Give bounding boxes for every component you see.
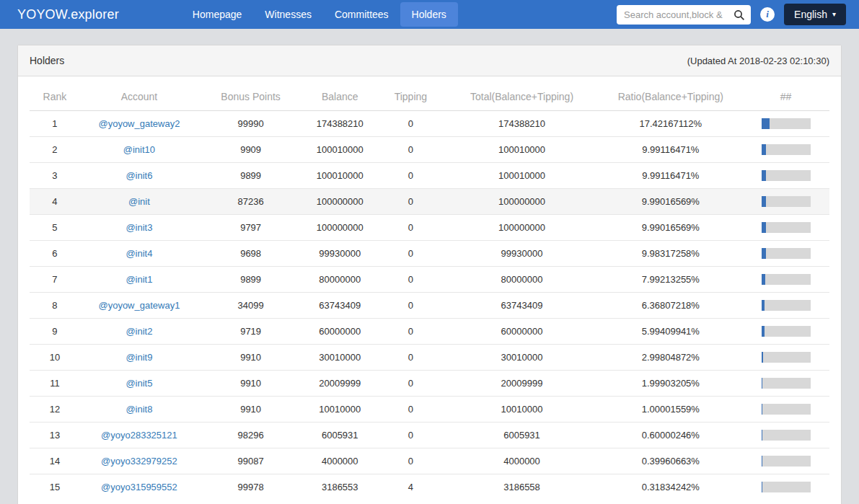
language-dropdown-button[interactable]: English ▾: [784, 4, 846, 25]
tipping-cell: 0: [376, 163, 444, 189]
table-row: 7@init19899800000000800000007.99213255%: [30, 267, 829, 293]
tipping-cell: 0: [376, 319, 444, 345]
ratio-cell: 5.99409941%: [599, 319, 743, 345]
rank-cell: 14: [30, 448, 80, 474]
ratio-bar-fill: [762, 352, 763, 363]
tipping-cell: 0: [376, 448, 444, 474]
ratio-bar-cell: [742, 319, 829, 345]
ratio-cell: 6.36807218%: [599, 293, 743, 319]
account-link[interactable]: @init4: [125, 248, 152, 259]
bonus-points-cell: 34099: [198, 293, 303, 319]
ratio-cell: 1.00001559%: [599, 397, 743, 423]
balance-cell: 4000000: [303, 448, 376, 474]
ratio-cell: 0.31834242%: [599, 474, 743, 500]
navbar: YOYOW.explorer Homepage Witnesses Commit…: [0, 0, 859, 29]
total-cell: 99930000: [445, 241, 599, 267]
ratio-bar-track: [762, 274, 811, 285]
ratio-cell: 9.98317258%: [599, 241, 743, 267]
tipping-cell: 0: [376, 397, 444, 423]
bonus-points-cell: 9910: [198, 397, 303, 423]
ratio-bar-cell: [742, 371, 829, 397]
total-cell: 3186558: [445, 474, 599, 500]
ratio-bar-fill: [762, 196, 767, 207]
table-row: 4@init8723610000000001000000009.99016569…: [30, 189, 829, 215]
account-cell: @init8: [80, 397, 198, 423]
brand-logo[interactable]: YOYOW.explorer: [17, 7, 119, 22]
account-link[interactable]: @yoyo315959552: [101, 482, 177, 492]
balance-cell: 6005931: [303, 423, 376, 448]
account-link[interactable]: @init2: [125, 326, 152, 337]
nav-item-holders[interactable]: Holders: [400, 2, 458, 27]
account-link[interactable]: @init10: [123, 144, 155, 155]
bonus-points-cell: 9910: [198, 345, 303, 371]
total-cell: 174388210: [445, 111, 599, 137]
bonus-points-cell: 9909: [198, 137, 303, 163]
ratio-bar-track: [762, 144, 811, 155]
account-link[interactable]: @yoyow_gateway2: [98, 118, 180, 129]
table-row: 5@init3979710000000001000000009.99016569…: [30, 215, 829, 241]
account-link[interactable]: @init8: [125, 404, 152, 415]
table-row: 12@init89910100100000100100001.00001559%: [30, 397, 829, 423]
account-cell: @yoyo283325121: [80, 423, 198, 448]
main-nav: Homepage Witnesses Committees Holders: [181, 0, 458, 29]
ratio-bar-fill: [762, 144, 767, 155]
account-link[interactable]: @init: [128, 196, 150, 207]
ratio-cell: 7.99213255%: [599, 267, 743, 293]
table-row: 8@yoyow_gateway134099637434090637434096.…: [30, 293, 829, 319]
column-header: Tipping: [376, 83, 444, 111]
account-cell: @init1: [80, 267, 198, 293]
account-link[interactable]: @init9: [125, 352, 152, 363]
ratio-bar-fill: [762, 404, 762, 415]
table-row: 13@yoyo283325121982966005931060059310.60…: [30, 423, 829, 448]
ratio-bar-cell: [742, 293, 829, 319]
column-header: Balance: [303, 83, 376, 111]
nav-item-homepage[interactable]: Homepage: [181, 0, 254, 29]
column-header: Bonus Points: [198, 83, 303, 111]
search-input[interactable]: [617, 5, 751, 25]
account-link[interactable]: @yoyow_gateway1: [98, 300, 180, 311]
account-link[interactable]: @yoyo332979252: [101, 456, 177, 467]
updated-at-timestamp: (Updated At 2018-02-23 02:10:30): [687, 56, 829, 66]
nav-item-witnesses[interactable]: Witnesses: [253, 0, 323, 29]
ratio-bar-track: [762, 404, 811, 415]
ratio-bar-cell: [742, 267, 829, 293]
column-header: Account: [80, 83, 198, 111]
account-link[interactable]: @init1: [125, 274, 152, 285]
table-row: 3@init6989910001000001000100009.99116471…: [30, 163, 829, 189]
ratio-bar-track: [762, 196, 811, 207]
bonus-points-cell: 9910: [198, 371, 303, 397]
info-icon[interactable]: i: [760, 7, 775, 22]
account-link[interactable]: @init3: [125, 222, 152, 233]
account-cell: @init: [80, 189, 198, 215]
page-title: Holders: [30, 55, 64, 66]
language-label: English: [794, 9, 827, 20]
account-link[interactable]: @yoyo283325121: [101, 430, 177, 441]
caret-down-icon: ▾: [832, 11, 836, 18]
total-cell: 30010000: [445, 345, 599, 371]
search-button[interactable]: [732, 8, 746, 22]
bonus-points-cell: 99087: [198, 448, 303, 474]
ratio-bar-track: [762, 430, 811, 441]
account-link[interactable]: @init5: [125, 378, 152, 389]
ratio-bar-track: [762, 326, 811, 337]
account-cell: @init6: [80, 163, 198, 189]
account-link[interactable]: @init6: [125, 170, 152, 181]
ratio-bar-track: [762, 378, 811, 389]
search-icon: [734, 9, 745, 21]
rank-cell: 6: [30, 241, 80, 267]
ratio-bar-fill: [762, 248, 767, 259]
ratio-bar-track: [762, 222, 811, 233]
ratio-bar-cell: [742, 163, 829, 189]
nav-item-committees[interactable]: Committees: [323, 0, 400, 29]
table-row: 14@yoyo332979252990874000000040000000.39…: [30, 448, 829, 474]
ratio-cell: 17.42167112%: [599, 111, 743, 137]
rank-cell: 12: [30, 397, 80, 423]
account-cell: @init10: [80, 137, 198, 163]
ratio-bar-fill: [762, 326, 765, 337]
rank-cell: 7: [30, 267, 80, 293]
table-row: 11@init59910200099990200099991.99903205%: [30, 371, 829, 397]
tipping-cell: 0: [376, 189, 444, 215]
holders-table-body: 1@yoyow_gateway2999901743882100174388210…: [30, 111, 829, 500]
balance-cell: 100000000: [303, 189, 376, 215]
ratio-bar-fill: [762, 274, 765, 285]
